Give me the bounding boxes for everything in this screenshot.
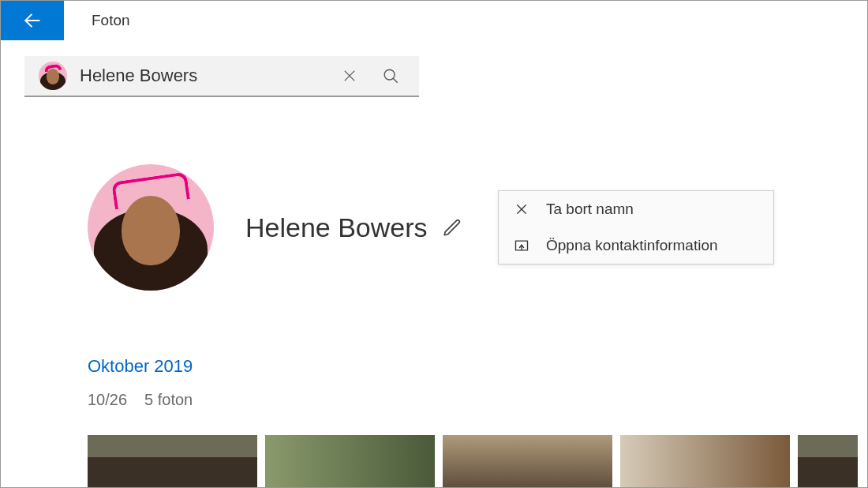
- menu-item-label: Öppna kontaktinformation: [546, 237, 718, 254]
- menu-open-contact[interactable]: Öppna kontaktinformation: [499, 227, 773, 264]
- close-icon: [342, 68, 357, 84]
- menu-remove-name[interactable]: Ta bort namn: [499, 191, 773, 227]
- svg-line-4: [393, 78, 397, 82]
- search-icon: [382, 67, 399, 84]
- pencil-icon: [442, 217, 462, 238]
- menu-item-label: Ta bort namn: [546, 201, 634, 218]
- search-button[interactable]: [376, 62, 405, 90]
- close-icon: [513, 201, 530, 218]
- month-meta: 10/26 5 foton: [88, 391, 193, 409]
- back-arrow-icon: [22, 10, 43, 31]
- month-link[interactable]: Oktober 2019: [88, 356, 193, 377]
- context-menu: Ta bort namn Öppna kontaktinformation: [498, 190, 774, 265]
- month-count: 5 foton: [144, 391, 193, 409]
- photo-thumbnail[interactable]: [265, 435, 435, 488]
- photo-thumbnail[interactable]: [443, 435, 612, 488]
- clear-search-button[interactable]: [335, 62, 364, 90]
- thumbnail-strip: [88, 435, 858, 488]
- back-button[interactable]: [1, 1, 64, 40]
- search-avatar: [39, 62, 67, 90]
- person-name: Helene Bowers: [245, 212, 428, 243]
- person-avatar: [88, 164, 214, 291]
- app-title: Foton: [92, 12, 130, 29]
- photo-thumbnail[interactable]: [798, 435, 858, 488]
- open-contact-icon: [513, 237, 530, 254]
- month-date: 10/26: [88, 391, 127, 409]
- title-bar: Foton: [1, 1, 867, 40]
- person-name-row: Helene Bowers: [245, 212, 462, 243]
- month-group: Oktober 2019 10/26 5 foton: [88, 356, 193, 409]
- edit-name-button[interactable]: [442, 217, 462, 238]
- photo-thumbnail[interactable]: [620, 435, 790, 488]
- search-input[interactable]: [80, 66, 323, 86]
- search-bar: [24, 56, 419, 97]
- photo-thumbnail[interactable]: [88, 435, 257, 488]
